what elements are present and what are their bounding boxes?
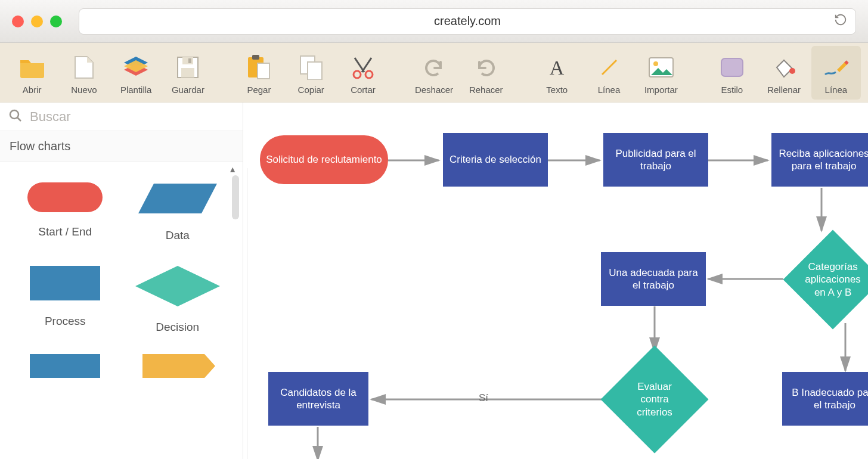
shape-extra-1[interactable] — [12, 354, 119, 378]
node-label: Evaluar contra criterios — [622, 380, 687, 418]
shape-label: Decision — [156, 321, 199, 334]
scrollbar-thumb[interactable] — [232, 175, 239, 219]
shape-label: Start / End — [38, 225, 92, 238]
minimize-window-button[interactable] — [31, 15, 43, 27]
folder-icon — [19, 54, 45, 81]
svg-marker-22 — [135, 266, 220, 306]
node-label: Publicidad para el trabajo — [609, 147, 702, 173]
pencil-line-icon — [823, 54, 849, 81]
svg-marker-24 — [142, 354, 215, 378]
fill-label: Rellenar — [767, 85, 801, 95]
style-label: Estilo — [721, 85, 743, 95]
line-button[interactable]: Línea — [584, 46, 634, 100]
close-window-button[interactable] — [12, 15, 24, 27]
edge-label-si: Sí — [479, 392, 488, 404]
diagram-canvas[interactable]: Solicitud de reclutamiento Criteria de s… — [243, 103, 868, 459]
shapes-panel: ▲ Start / End Data Process Decision — [0, 162, 243, 459]
open-button[interactable]: Abrir — [7, 46, 57, 100]
open-label: Abrir — [23, 85, 42, 95]
shape-process[interactable]: Process — [12, 262, 119, 334]
scroll-up-icon[interactable]: ▲ — [228, 165, 237, 174]
svg-point-16 — [789, 68, 795, 74]
line-style-label: Línea — [825, 85, 848, 95]
line-icon — [599, 54, 620, 81]
url-text: creately.com — [434, 14, 501, 28]
shape-start-end[interactable]: Start / End — [12, 179, 119, 242]
node-criteria[interactable]: Criteria de selección — [443, 133, 548, 187]
undo-button[interactable]: Deshacer — [409, 46, 458, 100]
browser-chrome: creately.com — [0, 0, 868, 43]
shape-decision[interactable]: Decision — [125, 262, 231, 334]
svg-rect-2 — [181, 68, 194, 77]
svg-rect-3 — [188, 58, 191, 63]
svg-marker-20 — [138, 184, 217, 213]
node-label: Solicitud de reclutamiento — [266, 153, 382, 166]
node-categorias[interactable]: Categorías aplicaciones en A y B — [783, 230, 868, 330]
node-evaluar[interactable]: Evaluar contra criterios — [600, 345, 708, 453]
paste-button[interactable]: Pegar — [234, 46, 284, 100]
svg-rect-8 — [308, 62, 322, 80]
undo-label: Deshacer — [415, 85, 453, 95]
redo-button[interactable]: Rehacer — [461, 46, 511, 100]
maximize-window-button[interactable] — [50, 15, 62, 27]
line-style-button[interactable]: Línea — [811, 46, 861, 100]
svg-line-18 — [17, 117, 21, 121]
shape-data[interactable]: Data — [125, 179, 231, 242]
line-label: Línea — [598, 85, 621, 95]
new-button[interactable]: Nuevo — [59, 46, 108, 100]
reload-icon[interactable] — [834, 13, 847, 30]
node-label: Candidatos de la entrevista — [274, 386, 362, 412]
svg-point-10 — [365, 71, 373, 78]
url-bar[interactable]: creately.com — [79, 8, 856, 35]
svg-rect-19 — [27, 182, 103, 212]
shapes-sidebar: Flow charts ▲ Start / End Data Process — [0, 103, 243, 459]
import-button[interactable]: Importar — [636, 46, 686, 100]
cut-label: Cortar — [351, 85, 376, 95]
search-row — [0, 103, 243, 131]
svg-point-9 — [354, 71, 361, 78]
shape-label: Process — [45, 315, 86, 328]
template-button[interactable]: Plantilla — [111, 46, 161, 100]
paste-label: Pegar — [247, 85, 271, 95]
search-icon[interactable] — [8, 108, 23, 125]
node-label: Reciba aplicaciones para el trabajo — [777, 147, 868, 173]
template-label: Plantilla — [120, 85, 152, 95]
category-label: Flow charts — [10, 139, 70, 153]
fill-button[interactable]: Rellenar — [759, 46, 808, 100]
image-icon — [649, 54, 674, 81]
node-adecuada[interactable]: Una adecuada para el trabajo — [601, 252, 706, 306]
undo-icon — [423, 54, 445, 81]
shapes-category-header[interactable]: Flow charts — [0, 131, 243, 162]
bucket-icon — [772, 54, 796, 81]
window-controls — [12, 15, 62, 27]
copy-icon — [299, 54, 323, 81]
redo-icon — [475, 54, 497, 81]
node-candidatos[interactable]: Candidatos de la entrevista — [268, 372, 368, 426]
node-label: Una adecuada para el trabajo — [607, 266, 700, 292]
layers-icon — [123, 54, 149, 81]
svg-rect-6 — [258, 63, 269, 79]
svg-point-17 — [10, 110, 18, 119]
clipboard-icon — [247, 54, 271, 81]
cut-button[interactable]: Cortar — [338, 46, 388, 100]
node-inad
    
ecuado[interactable]: B Inadecuado para el trabajo — [782, 372, 868, 426]
text-label: Texto — [546, 85, 568, 95]
style-button[interactable]: Estilo — [707, 46, 757, 100]
save-icon — [176, 54, 199, 81]
save-label: Guardar — [172, 85, 204, 95]
copy-button[interactable]: Copiar — [286, 46, 336, 100]
text-button[interactable]: A Texto — [532, 46, 582, 100]
svg-rect-23 — [30, 354, 100, 378]
shape-extra-2[interactable] — [125, 354, 231, 378]
redo-label: Rehacer — [469, 85, 503, 95]
node-publicidad[interactable]: Publicidad para el trabajo — [603, 133, 708, 187]
save-button[interactable]: Guardar — [163, 46, 213, 100]
svg-rect-21 — [30, 266, 100, 300]
node-reciba[interactable]: Reciba aplicaciones para el trabajo — [771, 133, 868, 187]
node-solicitud[interactable]: Solicitud de reclutamiento — [260, 135, 388, 184]
main-area: Flow charts ▲ Start / End Data Process — [0, 103, 868, 459]
node-label: B Inadecuado para el trabajo — [788, 386, 868, 412]
search-input[interactable] — [30, 109, 234, 125]
style-icon — [720, 54, 744, 81]
shape-label: Data — [166, 229, 190, 242]
